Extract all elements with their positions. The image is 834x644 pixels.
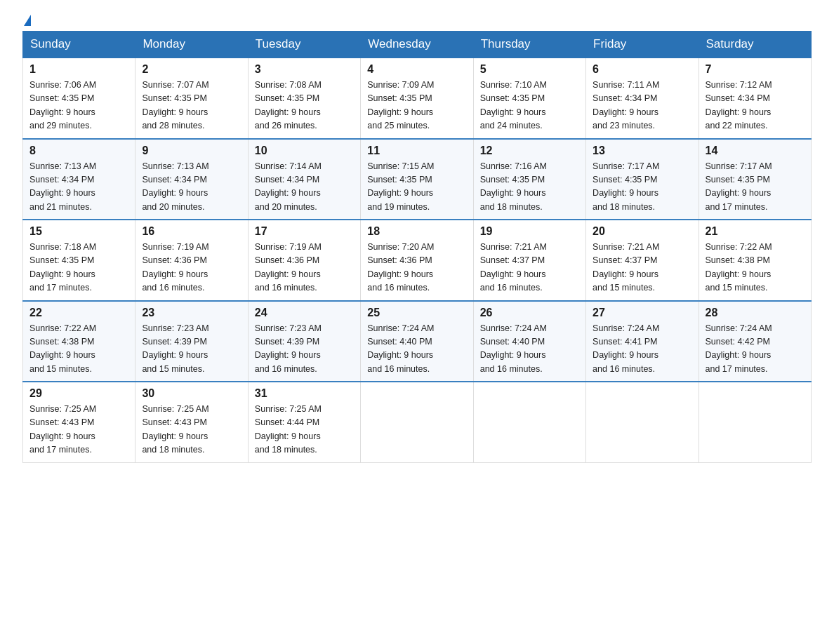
day-info: Sunrise: 7:11 AMSunset: 4:34 PMDaylight:…: [593, 79, 691, 133]
calendar-cell: 18 Sunrise: 7:20 AMSunset: 4:36 PMDaylig…: [361, 220, 473, 301]
calendar-cell: 19 Sunrise: 7:21 AMSunset: 4:37 PMDaylig…: [473, 220, 585, 301]
day-number: 31: [255, 387, 354, 400]
calendar-cell: 15 Sunrise: 7:18 AMSunset: 4:35 PMDaylig…: [23, 220, 135, 301]
calendar-cell: 23 Sunrise: 7:23 AMSunset: 4:39 PMDaylig…: [135, 301, 248, 382]
day-number: 7: [706, 63, 805, 76]
day-number: 17: [255, 225, 354, 238]
calendar-cell: 10 Sunrise: 7:14 AMSunset: 4:34 PMDaylig…: [248, 139, 360, 220]
calendar-cell: [586, 382, 699, 462]
calendar-body: 1 Sunrise: 7:06 AMSunset: 4:35 PMDayligh…: [23, 58, 812, 462]
day-info: Sunrise: 7:22 AMSunset: 4:38 PMDaylight:…: [29, 322, 128, 377]
calendar-cell: 30 Sunrise: 7:25 AMSunset: 4:43 PMDaylig…: [135, 382, 248, 462]
day-number: 13: [593, 145, 691, 157]
day-number: 18: [367, 225, 466, 238]
day-info: Sunrise: 7:16 AMSunset: 4:35 PMDaylight:…: [480, 160, 579, 215]
header-sunday: Sunday: [23, 32, 135, 58]
day-number: 5: [480, 63, 579, 76]
day-info: Sunrise: 7:06 AMSunset: 4:35 PMDaylight:…: [29, 79, 128, 133]
day-info: Sunrise: 7:07 AMSunset: 4:35 PMDaylight:…: [142, 79, 241, 133]
calendar-cell: 7 Sunrise: 7:12 AMSunset: 4:34 PMDayligh…: [699, 58, 811, 139]
calendar-cell: [699, 382, 811, 462]
calendar-cell: 11 Sunrise: 7:15 AMSunset: 4:35 PMDaylig…: [361, 139, 473, 220]
day-info: Sunrise: 7:25 AMSunset: 4:44 PMDaylight:…: [255, 403, 354, 457]
day-number: 11: [367, 145, 466, 157]
calendar-cell: 20 Sunrise: 7:21 AMSunset: 4:37 PMDaylig…: [586, 220, 699, 301]
day-info: Sunrise: 7:08 AMSunset: 4:35 PMDaylight:…: [255, 79, 354, 133]
calendar-cell: 22 Sunrise: 7:22 AMSunset: 4:38 PMDaylig…: [23, 301, 135, 382]
day-info: Sunrise: 7:25 AMSunset: 4:43 PMDaylight:…: [142, 403, 241, 457]
calendar-cell: [361, 382, 473, 462]
day-info: Sunrise: 7:17 AMSunset: 4:35 PMDaylight:…: [593, 160, 691, 215]
day-info: Sunrise: 7:19 AMSunset: 4:36 PMDaylight:…: [255, 241, 354, 295]
calendar-week-row: 22 Sunrise: 7:22 AMSunset: 4:38 PMDaylig…: [23, 301, 812, 382]
day-info: Sunrise: 7:23 AMSunset: 4:39 PMDaylight:…: [255, 322, 354, 377]
calendar-week-row: 29 Sunrise: 7:25 AMSunset: 4:43 PMDaylig…: [23, 382, 812, 462]
day-info: Sunrise: 7:20 AMSunset: 4:36 PMDaylight:…: [367, 241, 466, 295]
day-number: 2: [142, 63, 241, 76]
day-number: 23: [142, 307, 241, 319]
day-info: Sunrise: 7:13 AMSunset: 4:34 PMDaylight:…: [29, 160, 128, 215]
calendar-week-row: 1 Sunrise: 7:06 AMSunset: 4:35 PMDayligh…: [23, 58, 812, 139]
day-number: 14: [706, 145, 805, 157]
calendar-cell: 29 Sunrise: 7:25 AMSunset: 4:43 PMDaylig…: [23, 382, 135, 462]
calendar-cell: 2 Sunrise: 7:07 AMSunset: 4:35 PMDayligh…: [135, 58, 248, 139]
day-info: Sunrise: 7:24 AMSunset: 4:42 PMDaylight:…: [706, 322, 805, 377]
day-number: 26: [480, 307, 579, 319]
calendar-cell: 6 Sunrise: 7:11 AMSunset: 4:34 PMDayligh…: [586, 58, 699, 139]
calendar-cell: 13 Sunrise: 7:17 AMSunset: 4:35 PMDaylig…: [586, 139, 699, 220]
day-info: Sunrise: 7:25 AMSunset: 4:43 PMDaylight:…: [29, 403, 128, 457]
logo: [22, 17, 31, 22]
day-number: 24: [255, 307, 354, 319]
calendar-table: Sunday Monday Tuesday Wednesday Thursday…: [22, 31, 812, 463]
calendar-cell: 31 Sunrise: 7:25 AMSunset: 4:44 PMDaylig…: [248, 382, 360, 462]
calendar-cell: 28 Sunrise: 7:24 AMSunset: 4:42 PMDaylig…: [699, 301, 811, 382]
day-info: Sunrise: 7:18 AMSunset: 4:35 PMDaylight:…: [29, 241, 128, 295]
header-friday: Friday: [586, 32, 699, 58]
day-info: Sunrise: 7:09 AMSunset: 4:35 PMDaylight:…: [367, 79, 466, 133]
day-info: Sunrise: 7:17 AMSunset: 4:35 PMDaylight:…: [706, 160, 805, 215]
calendar-cell: 26 Sunrise: 7:24 AMSunset: 4:40 PMDaylig…: [473, 301, 585, 382]
day-info: Sunrise: 7:14 AMSunset: 4:34 PMDaylight:…: [255, 160, 354, 215]
day-info: Sunrise: 7:22 AMSunset: 4:38 PMDaylight:…: [706, 241, 805, 295]
day-number: 6: [593, 63, 691, 76]
logo-triangle-icon: [24, 15, 31, 26]
header-wednesday: Wednesday: [361, 32, 473, 58]
day-info: Sunrise: 7:10 AMSunset: 4:35 PMDaylight:…: [480, 79, 579, 133]
day-number: 12: [480, 145, 579, 157]
day-number: 20: [593, 225, 691, 238]
day-number: 9: [142, 145, 241, 157]
weekday-header-row: Sunday Monday Tuesday Wednesday Thursday…: [23, 32, 812, 58]
day-number: 28: [706, 307, 805, 319]
calendar-cell: 3 Sunrise: 7:08 AMSunset: 4:35 PMDayligh…: [248, 58, 360, 139]
calendar-cell: 4 Sunrise: 7:09 AMSunset: 4:35 PMDayligh…: [361, 58, 473, 139]
day-number: 4: [367, 63, 466, 76]
calendar-cell: 24 Sunrise: 7:23 AMSunset: 4:39 PMDaylig…: [248, 301, 360, 382]
day-info: Sunrise: 7:19 AMSunset: 4:36 PMDaylight:…: [142, 241, 241, 295]
header-thursday: Thursday: [473, 32, 585, 58]
day-info: Sunrise: 7:21 AMSunset: 4:37 PMDaylight:…: [480, 241, 579, 295]
day-info: Sunrise: 7:24 AMSunset: 4:40 PMDaylight:…: [367, 322, 466, 377]
day-info: Sunrise: 7:15 AMSunset: 4:35 PMDaylight:…: [367, 160, 466, 215]
calendar-cell: 21 Sunrise: 7:22 AMSunset: 4:38 PMDaylig…: [699, 220, 811, 301]
day-number: 15: [29, 225, 128, 238]
day-info: Sunrise: 7:12 AMSunset: 4:34 PMDaylight:…: [706, 79, 805, 133]
calendar-cell: 5 Sunrise: 7:10 AMSunset: 4:35 PMDayligh…: [473, 58, 585, 139]
calendar-cell: 1 Sunrise: 7:06 AMSunset: 4:35 PMDayligh…: [23, 58, 135, 139]
calendar-week-row: 8 Sunrise: 7:13 AMSunset: 4:34 PMDayligh…: [23, 139, 812, 220]
day-number: 27: [593, 307, 691, 319]
day-number: 3: [255, 63, 354, 76]
calendar-cell: 12 Sunrise: 7:16 AMSunset: 4:35 PMDaylig…: [473, 139, 585, 220]
calendar-cell: 27 Sunrise: 7:24 AMSunset: 4:41 PMDaylig…: [586, 301, 699, 382]
page-header: [22, 17, 812, 22]
day-number: 30: [142, 387, 241, 400]
day-number: 19: [480, 225, 579, 238]
calendar-cell: 16 Sunrise: 7:19 AMSunset: 4:36 PMDaylig…: [135, 220, 248, 301]
header-tuesday: Tuesday: [248, 32, 360, 58]
day-number: 25: [367, 307, 466, 319]
calendar-cell: 17 Sunrise: 7:19 AMSunset: 4:36 PMDaylig…: [248, 220, 360, 301]
day-info: Sunrise: 7:24 AMSunset: 4:40 PMDaylight:…: [480, 322, 579, 377]
calendar-cell: [473, 382, 585, 462]
day-number: 8: [29, 145, 128, 157]
day-info: Sunrise: 7:23 AMSunset: 4:39 PMDaylight:…: [142, 322, 241, 377]
day-number: 21: [706, 225, 805, 238]
